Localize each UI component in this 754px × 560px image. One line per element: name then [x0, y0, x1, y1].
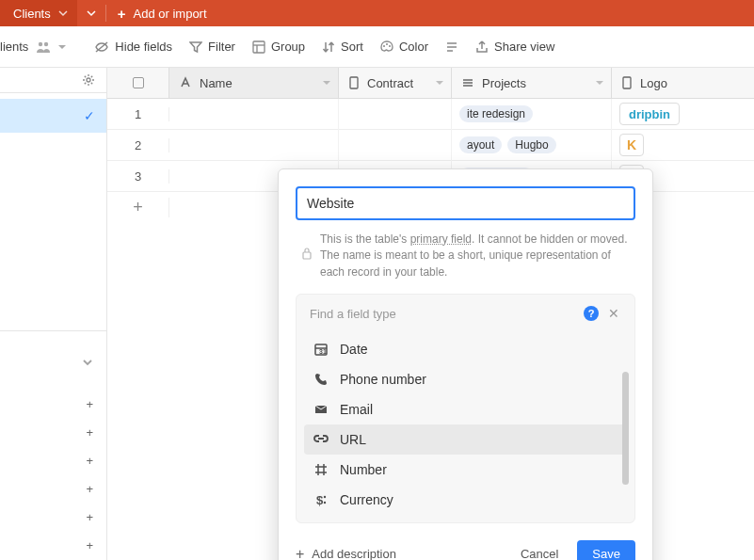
field-type-email[interactable]: Email: [304, 394, 627, 424]
field-type-label: Number: [340, 462, 387, 477]
filter-icon: [189, 40, 202, 54]
gear-icon: [82, 73, 95, 87]
add-or-import-button[interactable]: + Add or import: [106, 0, 218, 26]
plus-icon: +: [86, 425, 93, 440]
plus-icon: +: [107, 198, 169, 217]
cancel-button[interactable]: Cancel: [509, 541, 570, 560]
field-type-list[interactable]: 31 Date Phone number Email URL: [297, 330, 634, 522]
create-view-6[interactable]: +: [0, 531, 106, 559]
chevron-down-icon: [82, 357, 93, 368]
caret-down-icon[interactable]: [596, 79, 603, 87]
table-row[interactable]: 2 ayoutHugbo K: [107, 130, 754, 161]
table-row[interactable]: 1 ite redesign dripbin: [107, 99, 754, 130]
select-all-checkbox[interactable]: [107, 68, 169, 98]
sidebar-collapse[interactable]: [0, 348, 106, 376]
svg-point-12: [87, 78, 90, 82]
create-view-3[interactable]: +: [0, 446, 106, 474]
grid-header: Name Contract Projects Logo: [107, 68, 754, 99]
cell-contract[interactable]: [339, 99, 452, 130]
view-switcher[interactable]: lients: [0, 40, 77, 54]
cell-projects[interactable]: ite redesign: [452, 99, 612, 130]
field-type-label: Date: [340, 342, 368, 357]
hide-fields-button[interactable]: Hide fields: [94, 40, 172, 54]
linked-record-pill[interactable]: Hugbo: [507, 136, 555, 153]
color-icon: [380, 40, 393, 54]
svg-point-6: [383, 45, 385, 47]
svg-point-0: [39, 41, 42, 45]
column-header-projects[interactable]: Projects: [452, 68, 612, 98]
column-label: Name: [200, 76, 233, 90]
view-toolbar: lients Hide fields Filter Group Sort Col…: [0, 26, 754, 68]
hide-fields-label: Hide fields: [115, 40, 172, 54]
scrollbar[interactable]: [622, 372, 629, 485]
svg-rect-13: [350, 77, 358, 88]
column-header-logo[interactable]: Logo: [612, 68, 754, 98]
field-type-label: URL: [340, 432, 366, 447]
table-tab-clients[interactable]: Clients: [0, 0, 77, 26]
row-height-button[interactable]: [445, 40, 458, 54]
add-description-button[interactable]: + Add description: [296, 546, 396, 560]
sidebar-settings[interactable]: [0, 68, 106, 93]
share-icon: [475, 40, 489, 54]
cell-contract[interactable]: [339, 130, 452, 161]
views-sidebar: ✓ + + + + + +: [0, 68, 107, 560]
field-type-search[interactable]: Find a field type: [310, 307, 576, 321]
color-button[interactable]: Color: [380, 40, 428, 54]
main: ✓ + + + + + + Name Contract: [0, 68, 754, 560]
cell-logo[interactable]: dripbin: [612, 99, 734, 130]
phone-icon: [313, 372, 329, 387]
svg-point-25: [324, 502, 326, 504]
filter-label: Filter: [208, 40, 235, 54]
filter-button[interactable]: Filter: [189, 40, 235, 54]
field-config-modal: This is the table's primary field. It ca…: [278, 168, 653, 560]
field-type-phone[interactable]: Phone number: [304, 364, 627, 394]
logo-thumbnail[interactable]: dripbin: [619, 103, 680, 125]
field-type-number[interactable]: Number: [304, 455, 627, 485]
plus-icon: +: [86, 510, 93, 524]
create-view-2[interactable]: +: [0, 418, 106, 446]
create-view-1[interactable]: +: [0, 390, 106, 418]
column-label: Logo: [640, 76, 667, 90]
cell-name[interactable]: [169, 130, 339, 161]
column-header-contract[interactable]: Contract: [339, 68, 452, 98]
cell-projects[interactable]: ayoutHugbo: [452, 130, 612, 161]
primary-field-link[interactable]: primary field: [410, 232, 472, 246]
create-view-5[interactable]: +: [0, 503, 106, 531]
tab-menu-button[interactable]: [77, 0, 105, 26]
currency-icon: $: [313, 492, 329, 507]
sort-icon: [322, 40, 335, 54]
view-item-active[interactable]: ✓: [0, 99, 106, 133]
cell-logo[interactable]: K: [612, 130, 734, 161]
lock-icon: [301, 247, 313, 260]
save-button[interactable]: Save: [577, 540, 635, 560]
column-header-name[interactable]: Name: [169, 68, 339, 98]
add-description-label: Add description: [312, 547, 396, 560]
logo-thumbnail[interactable]: K: [619, 134, 644, 156]
help-icon[interactable]: ?: [584, 306, 599, 321]
group-label: Group: [271, 40, 305, 54]
caret-down-icon: [58, 43, 66, 51]
linked-record-pill[interactable]: ayout: [459, 136, 502, 153]
group-button[interactable]: Group: [252, 40, 305, 54]
linked-record-pill[interactable]: ite redesign: [459, 105, 533, 122]
url-icon: [313, 432, 329, 447]
email-icon: [313, 402, 329, 417]
sort-button[interactable]: Sort: [322, 40, 363, 54]
field-type-currency[interactable]: $ Currency: [304, 485, 627, 515]
create-view-4[interactable]: +: [0, 474, 106, 503]
share-view-button[interactable]: Share view: [475, 40, 554, 54]
field-type-date[interactable]: 31 Date: [304, 334, 627, 364]
field-name-input[interactable]: [296, 186, 635, 220]
group-icon: [252, 40, 265, 54]
color-label: Color: [399, 40, 428, 54]
caret-down-icon[interactable]: [323, 79, 330, 87]
view-name: lients: [0, 40, 28, 54]
field-type-url[interactable]: URL: [304, 424, 627, 455]
close-icon[interactable]: ✕: [606, 306, 621, 321]
column-label: Projects: [482, 76, 526, 90]
caret-down-icon[interactable]: [436, 79, 443, 87]
field-type-label: Email: [340, 402, 373, 417]
cell-name[interactable]: [169, 99, 339, 130]
svg-rect-3: [253, 41, 265, 53]
column-label: Contract: [367, 76, 413, 90]
